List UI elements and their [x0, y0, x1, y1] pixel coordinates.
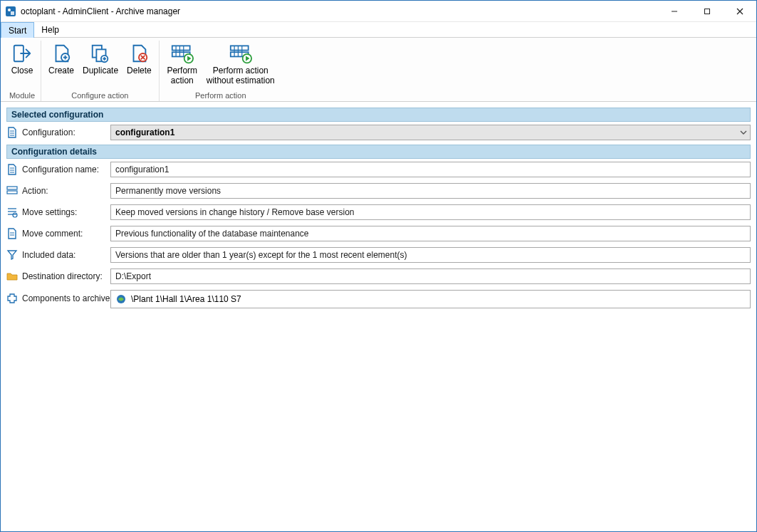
label-move-comment-text: Move comment: — [22, 229, 83, 239]
create-button[interactable]: Create — [44, 41, 78, 76]
perform-action-label: Perform action — [167, 66, 197, 86]
svg-point-1 — [8, 9, 11, 11]
document-icon — [6, 127, 18, 138]
label-included-data-text: Included data: — [22, 250, 75, 260]
action-value: Permanently move versions — [115, 186, 221, 196]
svg-rect-19 — [172, 46, 190, 50]
comment-icon — [6, 228, 18, 239]
label-components-text: Components to archive: — [22, 293, 113, 303]
component-icon — [6, 293, 18, 304]
move-settings-value: Keep moved versions in change history / … — [115, 207, 355, 217]
label-config-name: Configuration name: — [6, 164, 106, 175]
component-item-icon — [115, 293, 127, 305]
titlebar: octoplant - AdminClient - Archive manage… — [1, 1, 756, 22]
move-comment-field[interactable]: Previous functionality of the database m… — [110, 226, 751, 241]
create-button-label: Create — [48, 66, 74, 76]
perform-action-no-estimation-button[interactable]: Perform action without estimation — [202, 41, 279, 86]
label-configuration-text: Configuration: — [22, 127, 75, 137]
row-destination-directory: Destination directory: D:\Export — [6, 266, 751, 287]
label-action-text: Action: — [22, 186, 48, 196]
component-item-path: \Plant 1\Hall 1\Area 1\110 S7 — [131, 294, 241, 304]
label-destination-directory-text: Destination directory: — [22, 271, 103, 281]
label-config-name-text: Configuration name: — [22, 165, 99, 174]
destination-directory-value: D:\Export — [115, 271, 151, 281]
config-name-value: configuration1 — [115, 165, 169, 174]
ribbon-group-module-label: Module — [6, 90, 38, 101]
menubar: Start Help — [1, 22, 756, 38]
close-window-button[interactable] — [724, 1, 756, 22]
move-settings-field[interactable]: Keep moved versions in change history / … — [110, 204, 751, 220]
included-data-field[interactable]: Versions that are older than 1 year(s) e… — [110, 247, 751, 263]
svg-point-44 — [13, 213, 17, 217]
delete-button-label: Delete — [127, 66, 152, 76]
label-destination-directory: Destination directory: — [6, 271, 106, 282]
action-field[interactable]: Permanently move versions — [110, 183, 751, 199]
row-config-name: Configuration name: configuration1 — [6, 159, 751, 180]
perform-action-no-estimation-label: Perform action without estimation — [207, 66, 275, 86]
move-comment-value: Previous functionality of the database m… — [115, 229, 309, 239]
content-area: Selected configuration Configuration: co… — [1, 102, 756, 531]
ribbon: Close Module Create — [1, 38, 756, 102]
minimize-button[interactable] — [658, 1, 691, 22]
duplicate-button-label: Duplicate — [83, 66, 118, 76]
label-action: Action: — [6, 185, 106, 197]
section-configuration-details: Configuration details — [6, 145, 751, 159]
label-move-settings-text: Move settings: — [22, 207, 77, 217]
close-button[interactable]: Close — [6, 41, 38, 76]
included-data-value: Versions that are older than 1 year(s) e… — [115, 250, 407, 260]
label-components: Components to archive: — [6, 290, 106, 304]
menu-start[interactable]: Start — [1, 22, 34, 38]
perform-action-button[interactable]: Perform action — [162, 41, 202, 86]
action-icon — [6, 185, 18, 197]
ribbon-group-configure: Create Duplicate — [41, 41, 160, 101]
window-title: octoplant - AdminClient - Archive manage… — [21, 6, 180, 16]
destination-directory-field[interactable]: D:\Export — [110, 268, 751, 284]
label-configuration: Configuration: — [6, 127, 106, 138]
row-move-settings: Move settings: Keep moved versions in ch… — [6, 202, 751, 223]
svg-rect-40 — [7, 191, 17, 194]
settings-list-icon — [6, 207, 18, 218]
duplicate-button[interactable]: Duplicate — [78, 41, 122, 76]
ribbon-group-configure-label: Configure action — [44, 90, 156, 101]
configuration-dropdown-value: configuration1 — [115, 127, 174, 137]
row-included-data: Included data: Versions that are older t… — [6, 244, 751, 266]
configuration-dropdown[interactable]: configuration1 — [110, 125, 751, 140]
row-configuration: Configuration: configuration1 — [6, 122, 751, 143]
create-icon — [50, 42, 73, 65]
delete-icon — [127, 42, 150, 65]
folder-icon — [6, 271, 18, 282]
document-icon — [6, 164, 18, 175]
label-move-comment: Move comment: — [6, 228, 106, 239]
config-name-field[interactable]: configuration1 — [110, 162, 751, 177]
svg-rect-2 — [11, 11, 14, 15]
menu-help[interactable]: Help — [34, 22, 66, 37]
ribbon-group-module: Close Module — [4, 41, 41, 101]
close-module-icon — [11, 42, 33, 65]
maximize-button[interactable] — [691, 1, 724, 22]
row-components: Components to archive: \Plant 1\Hall 1\A… — [6, 287, 751, 526]
chevron-down-icon — [740, 129, 747, 136]
app-icon — [5, 6, 16, 17]
perform-action-icon — [171, 42, 194, 65]
ribbon-group-perform-label: Perform action — [162, 90, 279, 101]
svg-rect-39 — [7, 187, 17, 189]
row-move-comment: Move comment: Previous functionality of … — [6, 223, 751, 244]
filter-icon — [6, 249, 18, 261]
svg-rect-26 — [231, 46, 249, 50]
ribbon-group-perform: Perform action Perform action without es… — [160, 41, 282, 101]
perform-action-no-estimation-icon — [229, 42, 252, 65]
component-item[interactable]: \Plant 1\Hall 1\Area 1\110 S7 — [115, 293, 746, 305]
label-move-settings: Move settings: — [6, 207, 106, 218]
svg-rect-4 — [705, 9, 710, 14]
close-button-label: Close — [11, 66, 33, 76]
section-selected-configuration: Selected configuration — [6, 108, 751, 122]
delete-button[interactable]: Delete — [122, 41, 156, 76]
components-listbox[interactable]: \Plant 1\Hall 1\Area 1\110 S7 — [110, 290, 751, 308]
duplicate-icon — [89, 42, 112, 65]
row-action: Action: Permanently move versions — [6, 180, 751, 202]
label-included-data: Included data: — [6, 249, 106, 261]
